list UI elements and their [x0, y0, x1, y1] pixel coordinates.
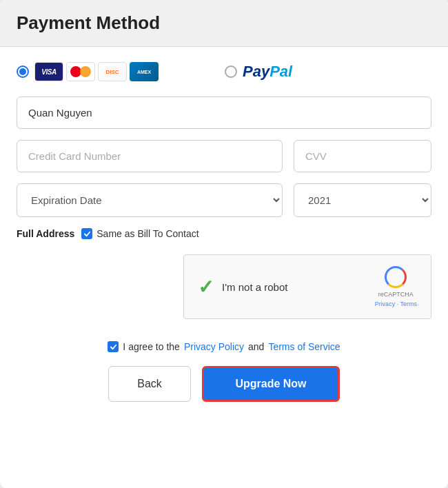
recaptcha-links: Privacy · Terms	[375, 301, 417, 307]
card-payment-option[interactable]: VISA DISC AMEX	[17, 62, 159, 81]
payment-options-row: VISA DISC AMEX	[17, 62, 431, 81]
cvv-group	[294, 140, 431, 172]
expiry-group: Expiration Date 010203 040506 070809 101…	[17, 183, 283, 217]
visa-icon: VISA	[34, 62, 63, 81]
upgrade-now-button[interactable]: Upgrade Now	[202, 366, 340, 402]
cc-number-group	[17, 140, 283, 172]
amex-icon: AMEX	[130, 62, 159, 81]
recaptcha-box[interactable]: ✓ I'm not a robot reCAPTCHA Privacy · Te…	[183, 254, 431, 319]
cc-cvv-row	[17, 140, 431, 172]
same-as-bill-checkbox[interactable]	[81, 228, 92, 239]
name-field-group: Quan Nguyen	[17, 96, 431, 129]
paypal-label: PayPal	[243, 63, 292, 81]
recaptcha-label-text: I'm not a robot	[222, 281, 287, 293]
expiry-year-row: Expiration Date 010203 040506 070809 101…	[17, 183, 431, 217]
recaptcha-left: ✓ I'm not a robot	[198, 276, 287, 298]
terms-link[interactable]: Terms	[400, 301, 418, 307]
privacy-policy-link[interactable]: Privacy Policy	[184, 341, 244, 352]
agreement-prefix: I agree to the	[123, 341, 180, 352]
paypal-payment-option[interactable]: PayPal	[225, 63, 292, 81]
same-as-bill-wrapper[interactable]: Same as Bill To Contact	[81, 228, 198, 239]
recaptcha-brand-label: reCAPTCHA	[378, 291, 414, 298]
cvv-input[interactable]	[294, 140, 431, 172]
full-address-label: Full Address	[17, 228, 74, 239]
mastercard-icon	[66, 62, 95, 81]
cc-number-input[interactable]	[17, 140, 283, 172]
full-address-row: Full Address Same as Bill To Contact	[17, 228, 431, 239]
expiry-select[interactable]: Expiration Date 010203 040506 070809 101…	[17, 183, 283, 217]
year-group: 2021 2022 2023 2024 2025	[294, 183, 431, 217]
discover-icon: DISC	[98, 62, 127, 81]
card-icons: VISA DISC AMEX	[34, 62, 159, 81]
checkmark-icon	[83, 230, 91, 238]
agreement-conjunction: and	[248, 341, 264, 352]
recaptcha-logo-icon	[385, 266, 407, 288]
privacy-link[interactable]: Privacy	[375, 301, 396, 307]
agreement-checkmark-icon	[110, 343, 117, 351]
cardholder-name-input[interactable]: Quan Nguyen	[17, 96, 431, 129]
page-title: Payment Method	[17, 12, 431, 34]
recaptcha-check-icon: ✓	[198, 276, 214, 298]
agreement-checkbox[interactable]	[108, 341, 119, 352]
card-radio[interactable]	[17, 65, 29, 78]
back-button[interactable]: Back	[108, 366, 191, 402]
terms-of-service-link[interactable]: Terms of Service	[268, 341, 340, 352]
same-as-bill-label: Same as Bill To Contact	[96, 228, 198, 239]
agreement-row: I agree to the Privacy Policy and Terms …	[17, 341, 431, 352]
payment-method-header: Payment Method	[0, 0, 448, 47]
paypal-radio[interactable]	[225, 65, 237, 78]
buttons-row: Back Upgrade Now	[17, 366, 431, 402]
recaptcha-right: reCAPTCHA Privacy · Terms	[375, 266, 417, 307]
year-select[interactable]: 2021 2022 2023 2024 2025	[294, 183, 431, 217]
